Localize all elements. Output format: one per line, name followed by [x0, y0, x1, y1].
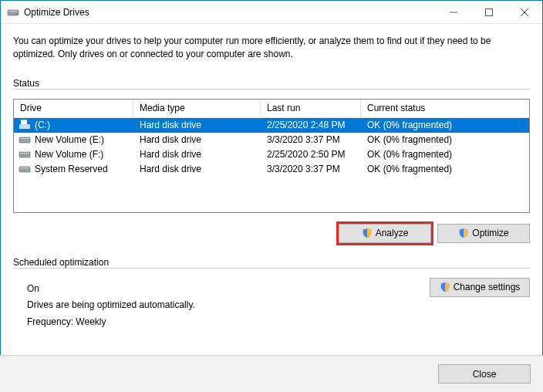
svg-rect-11	[20, 138, 29, 139]
close-button[interactable]: Close	[438, 364, 531, 384]
svg-rect-7	[19, 124, 30, 129]
change-settings-label: Change settings	[454, 282, 521, 292]
status-legend: Status	[13, 78, 44, 89]
analyze-button[interactable]: Analyze	[339, 224, 431, 243]
drive-name: New Volume (E:)	[35, 134, 104, 145]
shield-icon	[362, 228, 373, 238]
media-type: Hard disk drive	[133, 149, 261, 160]
table-row[interactable]: New Volume (F:)Hard disk drive2/25/2020 …	[14, 147, 529, 162]
maximize-button[interactable]	[471, 1, 507, 23]
minimize-button[interactable]	[436, 1, 471, 23]
optimize-label: Optimize	[472, 228, 508, 238]
drive-icon	[19, 135, 31, 144]
current-status: OK (0% fragmented)	[361, 164, 529, 174]
media-type: Hard disk drive	[133, 120, 261, 130]
table-row[interactable]: System ReservedHard disk drive3/3/2020 3…	[14, 162, 529, 177]
table-row[interactable]: New Volume (E:)Hard disk drive3/3/2020 3…	[14, 133, 529, 147]
svg-point-12	[27, 140, 29, 142]
drive-name: (C:)	[35, 120, 50, 130]
schedule-freq: Frequency: Weekly	[27, 314, 195, 331]
drive-icon	[19, 150, 31, 159]
current-status: OK (0% fragmented)	[361, 134, 529, 145]
col-status[interactable]: Current status	[361, 100, 529, 117]
last-run: 2/25/2020 2:50 PM	[261, 149, 361, 160]
drive-icon	[19, 164, 31, 174]
drive-name: System Reserved	[35, 164, 108, 174]
media-type: Hard disk drive	[133, 134, 261, 145]
svg-rect-14	[20, 153, 29, 154]
schedule-legend: Scheduled optimization	[13, 257, 113, 268]
last-run: 2/25/2020 2:48 PM	[261, 120, 361, 130]
svg-rect-1	[8, 11, 18, 12]
table-header: Drive Media type Last run Current status	[14, 100, 529, 118]
titlebar: Optimize Drives	[1, 1, 542, 24]
col-media[interactable]: Media type	[133, 100, 261, 117]
col-last[interactable]: Last run	[261, 100, 361, 117]
schedule-desc: Drives are being optimized automatically…	[27, 297, 195, 314]
app-icon	[7, 6, 19, 19]
change-settings-button[interactable]: Change settings	[430, 278, 530, 297]
current-status: OK (0% fragmented)	[361, 120, 529, 130]
schedule-state: On	[27, 281, 195, 298]
current-status: OK (0% fragmented)	[361, 149, 529, 160]
svg-rect-9	[21, 120, 27, 121]
svg-rect-17	[20, 167, 29, 168]
shield-icon	[458, 228, 469, 238]
drive-name: New Volume (F:)	[35, 149, 103, 160]
drive-icon	[19, 120, 31, 130]
last-run: 3/3/2020 3:37 PM	[261, 164, 361, 174]
drives-table[interactable]: Drive Media type Last run Current status…	[13, 99, 530, 213]
optimize-button[interactable]: Optimize	[437, 224, 530, 243]
svg-point-15	[27, 155, 29, 157]
window-title: Optimize Drives	[24, 7, 89, 18]
close-label: Close	[473, 369, 497, 380]
last-run: 3/3/2020 3:37 PM	[261, 134, 361, 145]
description-text: You can optimize your drives to help you…	[13, 35, 530, 61]
svg-point-18	[27, 170, 29, 171]
analyze-label: Analyze	[376, 228, 409, 238]
svg-point-2	[15, 13, 17, 15]
window-controls	[436, 1, 542, 23]
table-row[interactable]: (C:)Hard disk drive2/25/2020 2:48 PMOK (…	[14, 118, 529, 133]
col-drive[interactable]: Drive	[14, 100, 133, 117]
media-type: Hard disk drive	[133, 164, 261, 174]
svg-rect-4	[486, 8, 493, 15]
shield-icon	[440, 282, 450, 292]
bottom-bar: Close	[0, 355, 543, 392]
close-window-button[interactable]	[507, 1, 542, 23]
